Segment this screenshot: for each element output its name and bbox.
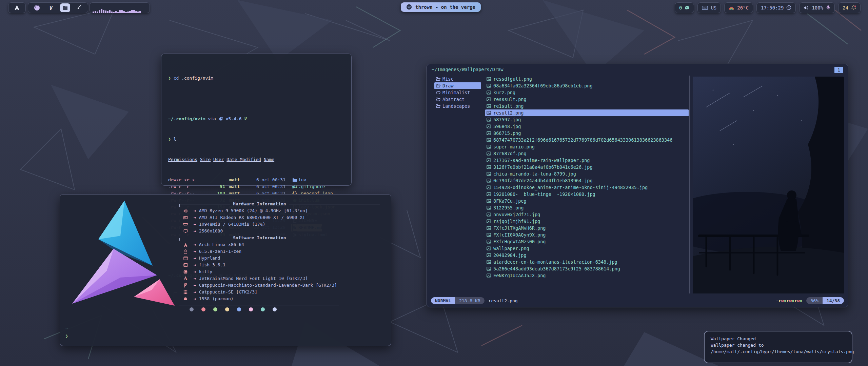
file-row[interactable]: 87r687df.png bbox=[485, 150, 689, 157]
paint-brush-icon[interactable] bbox=[74, 3, 84, 12]
image-icon bbox=[487, 111, 491, 115]
launcher-button[interactable] bbox=[8, 2, 26, 13]
file-manager-window[interactable]: ~/Imagenes/Wallpapers/Draw 1 MiscDrawMin… bbox=[427, 64, 848, 307]
image-icon bbox=[487, 226, 491, 230]
volume-pill[interactable]: 100% bbox=[799, 2, 835, 13]
visualizer-bar bbox=[137, 12, 139, 13]
file-row[interactable]: 866715.png bbox=[485, 130, 689, 137]
tab-badge[interactable]: 1 bbox=[834, 67, 843, 73]
audio-visualizer bbox=[90, 2, 150, 13]
file-row[interactable]: rsjqojlmjhf91.jpg bbox=[485, 218, 689, 225]
fetch-prompt-symbol[interactable]: ❯ bbox=[65, 332, 68, 340]
arrow-icon: → bbox=[194, 228, 196, 235]
clock-pill[interactable]: 17:50:29 bbox=[756, 2, 796, 13]
visualizer-bar bbox=[121, 10, 123, 13]
file-row[interactable]: nnvuv0xj2df71.jpg bbox=[485, 211, 689, 218]
file-row[interactable]: 68747470733a2f2f696d616765732d7769786d70… bbox=[485, 137, 689, 143]
visualizer-bar bbox=[129, 11, 131, 13]
firefox-icon[interactable] bbox=[32, 3, 42, 12]
media-pill[interactable]: thrown - on the verge bbox=[401, 2, 481, 12]
image-icon bbox=[487, 246, 491, 250]
rainbow-icon bbox=[729, 5, 734, 11]
file-row[interactable]: kurz.png bbox=[485, 89, 689, 96]
file-row[interactable]: 154928-odinokoe_anime-art-anime-okno-sin… bbox=[485, 184, 689, 191]
file-row[interactable]: 5a266e448add93deab367d87173e9f25-6837886… bbox=[485, 265, 689, 272]
file-row[interactable]: 20492984.jpg bbox=[485, 252, 689, 259]
file-row[interactable]: 19201080-__blue-tinge__-1920×1080.jpg bbox=[485, 191, 689, 198]
fetch-info-row: →Catppuccin-Macchiato-Standard-Lavender-… bbox=[179, 282, 380, 289]
file-row[interactable]: wallpaper.png bbox=[485, 245, 689, 252]
file-row[interactable]: ressdfgult.png bbox=[485, 76, 689, 82]
fetch-info-row: →AMD ATI Radeon RX 6800/6800 XT / 6900 X… bbox=[179, 214, 380, 221]
keyboard-icon bbox=[702, 5, 708, 11]
notifications-count: 24 bbox=[843, 5, 848, 11]
sidebar-item-landscapes[interactable]: Landscapes bbox=[434, 103, 481, 109]
mode-indicator: NORMAL bbox=[431, 297, 455, 304]
image-icon bbox=[487, 253, 491, 257]
image-icon bbox=[487, 192, 491, 196]
sidebar-item-misc[interactable]: Misc bbox=[434, 76, 481, 82]
folder-icon bbox=[436, 77, 440, 81]
file-row[interactable]: 08a634fa02a32364f69ebc86a98eb1eb.png bbox=[485, 82, 689, 89]
image-icon bbox=[487, 77, 491, 81]
file-list: ressdfgult.png08a634fa02a32364f69ebc86a9… bbox=[485, 76, 689, 279]
cursor-position: 14/38 bbox=[823, 297, 844, 304]
file-row[interactable]: result2.png bbox=[485, 109, 689, 116]
sidebar-item-minimalist[interactable]: Minimalist bbox=[434, 89, 481, 96]
file-row[interactable]: 587597.jpg bbox=[485, 116, 689, 123]
image-icon bbox=[487, 138, 491, 142]
arrow-icon: → bbox=[194, 255, 196, 262]
visualizer-bar bbox=[95, 11, 96, 13]
arrow-icon: → bbox=[194, 289, 196, 296]
gpu-icon bbox=[182, 216, 189, 220]
window-icon bbox=[182, 256, 189, 260]
file-row[interactable]: super-mario.png bbox=[485, 143, 689, 150]
ghost-icon bbox=[182, 297, 189, 301]
arch-logo-icon bbox=[14, 4, 20, 11]
file-row[interactable]: 596848.jpg bbox=[485, 123, 689, 130]
fetch-window[interactable]: Hardware Information →AMD Ryzen 9 5900X … bbox=[60, 194, 391, 346]
layout-label: US bbox=[711, 5, 716, 11]
file-row[interactable]: FXfcJlTXgAMvH6R.png bbox=[485, 225, 689, 231]
file-row[interactable]: atardecer-en-la-montanas-ilustracion-634… bbox=[485, 259, 689, 265]
fetch-info-row: →Arch Linux x86_64 bbox=[179, 241, 380, 248]
folder-icon bbox=[436, 84, 440, 88]
file-row[interactable]: FXfcHgcWIAMzs0G.png bbox=[485, 238, 689, 245]
file-size: 218.8 KB bbox=[455, 297, 485, 304]
file-name[interactable]: lua bbox=[298, 177, 306, 183]
updates-pill[interactable]: 0 bbox=[675, 2, 694, 13]
fetch-info-row: →1558 (pacman) bbox=[179, 296, 380, 302]
sidebar-item-abstract[interactable]: Abstract bbox=[434, 96, 481, 103]
arrow-icon: → bbox=[194, 241, 196, 248]
file-row[interactable]: 3126f7e9bbf21a8a4af0b67b041c6e26.jpg bbox=[485, 164, 689, 170]
notification-toast[interactable]: Wallpaper Changed Wallpaper changed to /… bbox=[704, 331, 852, 363]
file-row[interactable]: resssult.png bbox=[485, 96, 689, 103]
file-row[interactable]: FXfcII0X0AQyn9X.png bbox=[485, 231, 689, 238]
file-row[interactable]: 0c794faf07de24a4db4d4fb1eb813964.jpg bbox=[485, 177, 689, 184]
file-row[interactable]: re1sult.png bbox=[485, 103, 689, 109]
fontA-icon: A bbox=[182, 275, 189, 282]
notifications-pill[interactable]: 24 bbox=[838, 2, 861, 13]
terminal-window[interactable]: ❯ cd .config/nvim ~/.config/nvim via v5.… bbox=[161, 54, 352, 186]
neovim-icon[interactable]: V bbox=[46, 3, 56, 12]
file-row[interactable]: EeNKYgIUcAAJ5JX.png bbox=[485, 272, 689, 279]
files-icon-active[interactable] bbox=[60, 3, 70, 12]
file-row[interactable]: 3122955.png bbox=[485, 204, 689, 211]
file-row[interactable]: 8FKa7Cu.jpeg bbox=[485, 198, 689, 204]
image-icon bbox=[487, 90, 491, 95]
image-icon bbox=[487, 273, 491, 278]
cpu-icon bbox=[182, 209, 189, 213]
visualizer-bar bbox=[113, 12, 115, 13]
file-row[interactable]: chica-mirando-la-luna-8799.jpg bbox=[485, 170, 689, 177]
visualizer-bar bbox=[133, 10, 135, 13]
weather-pill[interactable]: 26°C bbox=[724, 2, 753, 13]
theme-icon bbox=[182, 283, 189, 288]
file-row[interactable]: 217167-sad-anime-rain-wallpaper.png bbox=[485, 157, 689, 164]
fetch-info-row: →kitty bbox=[179, 268, 380, 275]
sidebar-item-draw[interactable]: Draw bbox=[434, 82, 481, 89]
palette-dot bbox=[213, 307, 217, 311]
keyboard-layout-pill[interactable]: US bbox=[697, 2, 721, 13]
arrow-icon: → bbox=[194, 296, 196, 302]
file-name[interactable]: .gitignore bbox=[298, 183, 325, 190]
arrow-icon: → bbox=[194, 262, 196, 268]
